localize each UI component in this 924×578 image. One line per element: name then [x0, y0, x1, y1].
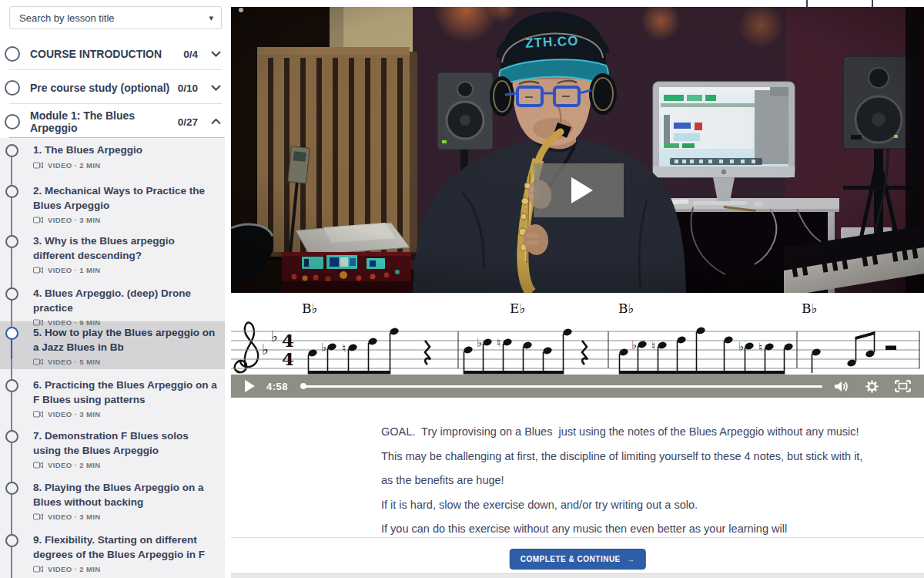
section-progress-circle: [5, 80, 20, 96]
seek-bar[interactable]: [301, 385, 822, 388]
lesson-item[interactable]: 8. Playing the Blues Arpeggio on a Blues…: [0, 481, 225, 521]
lesson-meta-text: VIDEO · 3 MIN: [48, 410, 101, 418]
search-caret-icon[interactable]: ▾: [209, 13, 213, 23]
section-title: Module 1: The Blues Arpeggio: [30, 109, 178, 134]
video-camera-icon: [33, 462, 43, 469]
description-line: If you can do this exercise without any …: [381, 523, 882, 535]
lesson-status-circle: [5, 235, 18, 248]
lesson-meta: VIDEO · 3 MIN: [33, 512, 225, 521]
lesson-status-circle: [5, 482, 18, 495]
treble-clef: [235, 323, 258, 373]
lesson-item[interactable]: 2. Mechanical Ways to Practice the Blues…: [0, 184, 225, 224]
lesson-title: 5. How to play the Blues arpeggio on a J…: [33, 326, 218, 355]
lesson-title: 1. The Blues Arpeggio: [33, 143, 218, 158]
video-camera-icon: [33, 319, 43, 326]
video-camera-icon: [33, 267, 43, 274]
curriculum-sidebar: ▾ COURSE INTRODUCTION 0/4 Pre course stu…: [0, 0, 231, 578]
lesson-meta-text: VIDEO · 2 MIN: [48, 461, 101, 469]
section-progress-circle: [5, 46, 20, 62]
lesson-status-circle: [5, 327, 18, 340]
section-progress-circle: [5, 114, 20, 129]
chord-symbol: E♭: [510, 301, 525, 316]
complete-continue-label: COMPLETE & CONTINUE: [521, 555, 621, 563]
search-input[interactable]: [18, 12, 204, 25]
svg-text:4: 4: [282, 330, 294, 351]
video-player[interactable]: ZTH.CO: [231, 7, 924, 293]
video-camera-icon: [33, 162, 43, 169]
chord-symbol: B♭: [618, 301, 634, 316]
lesson-meta: VIDEO · 2 MIN: [33, 565, 225, 573]
lesson-status-circle: [5, 185, 18, 198]
chevron-down-icon[interactable]: [211, 85, 221, 91]
lesson-meta: VIDEO · 2 MIN: [33, 461, 225, 469]
section-title: Pre course study (optional): [30, 82, 178, 94]
lesson-meta: VIDEO · 2 MIN: [33, 161, 225, 170]
svg-text:♭: ♭: [477, 336, 482, 350]
lesson-meta: VIDEO · 1 MIN: [33, 266, 225, 274]
lesson-meta-text: VIDEO · 2 MIN: [48, 161, 101, 170]
lesson-search-box[interactable]: ▾: [9, 6, 222, 29]
section-count: 0/27: [178, 116, 198, 128]
lesson-item[interactable]: 7. Demonstration F Blues solos using the…: [0, 429, 225, 469]
svg-text:♮: ♮: [497, 336, 500, 350]
svg-text:♭: ♭: [262, 341, 269, 358]
section-course-introduction[interactable]: COURSE INTRODUCTION 0/4: [0, 39, 231, 69]
lesson-title: 4. Blues Arpeggio. (deep) Drone practice: [33, 287, 218, 315]
current-time: 4:58: [266, 381, 288, 392]
big-play-button[interactable]: [534, 163, 624, 217]
lesson-item[interactable]: 1. The Blues ArpeggioVIDEO · 2 MIN: [0, 143, 225, 170]
video-camera-icon: [33, 358, 43, 365]
section-pre-course-study[interactable]: Pre course study (optional) 0/10: [0, 72, 231, 103]
lesson-item[interactable]: 3. Why is the Blues arpeggio different d…: [0, 234, 225, 274]
lesson-title: 6. Practicing the Blues Arpeggio on a F …: [33, 378, 218, 407]
lesson-item[interactable]: 6. Practicing the Blues Arpeggio on a F …: [0, 378, 225, 418]
video-camera-icon: [33, 217, 43, 223]
lesson-item[interactable]: 4. Blues Arpeggio. (deep) Drone practice…: [0, 287, 225, 327]
section-count: 0/10: [178, 82, 198, 94]
sheet-music: ♭♭44B♭♭♮E♭♭♮B♭♭♮♭♮B♭: [231, 293, 924, 375]
playhead-knob[interactable]: [300, 383, 306, 389]
description-line: as the benefits are huge!: [381, 475, 882, 486]
video-controls-bar: 4:58: [231, 375, 924, 398]
lesson-status-circle: [5, 144, 18, 157]
svg-text:♮: ♮: [342, 341, 346, 355]
lesson-meta-text: VIDEO · 5 MIN: [48, 358, 101, 366]
footer-strip: [231, 573, 924, 578]
svg-text:♭: ♭: [738, 340, 744, 354]
volume-icon[interactable]: [835, 381, 849, 392]
description-line: This may be challenging at first, the di…: [381, 451, 882, 462]
section-divider: [9, 69, 222, 70]
chord-symbol: B♭: [802, 301, 818, 316]
complete-continue-button[interactable]: COMPLETE & CONTINUE →: [510, 549, 646, 570]
chevron-up-icon[interactable]: [211, 119, 221, 125]
lesson-meta-text: VIDEO · 2 MIN: [48, 565, 101, 573]
section-module-1[interactable]: Module 1: The Blues Arpeggio 0/27: [0, 106, 231, 137]
svg-text:♮: ♮: [758, 341, 762, 355]
fullscreen-icon[interactable]: [895, 380, 911, 392]
video-camera-icon: [33, 566, 43, 573]
lesson-title: 8. Playing the Blues Arpeggio on a Blues…: [33, 481, 218, 509]
lesson-item[interactable]: 9. Flexibility. Starting on different de…: [0, 533, 225, 573]
lesson-meta: VIDEO · 5 MIN: [33, 358, 225, 366]
lesson-meta-text: VIDEO · 3 MIN: [48, 512, 101, 521]
chevron-down-icon[interactable]: [211, 51, 221, 57]
settings-gear-icon[interactable]: [865, 380, 879, 393]
lesson-status-circle: [5, 379, 18, 392]
play-button[interactable]: [245, 380, 255, 392]
arrow-right-icon: →: [627, 555, 635, 563]
svg-text:♭: ♭: [631, 338, 637, 352]
lesson-meta: VIDEO · 3 MIN: [33, 410, 225, 418]
lesson-item[interactable]: 5. How to play the Blues arpeggio on a J…: [0, 326, 225, 366]
section-title: COURSE INTRODUCTION: [30, 48, 183, 60]
play-icon: [571, 177, 593, 203]
lesson-description: GOAL. Try improvising on a Blues just us…: [381, 426, 882, 535]
lesson-title: 3. Why is the Blues arpeggio different d…: [33, 234, 218, 263]
lesson-status-circle: [5, 534, 18, 547]
section-divider: [9, 103, 222, 104]
description-line: GOAL. Try improvising on a Blues just us…: [381, 426, 882, 438]
lesson-status-circle: [5, 287, 18, 301]
lesson-title: 9. Flexibility. Starting on different de…: [33, 533, 218, 562]
lesson-status-circle: [5, 430, 18, 443]
svg-text:4: 4: [282, 348, 294, 369]
lesson-title: 2. Mechanical Ways to Practice the Blues…: [33, 184, 218, 213]
